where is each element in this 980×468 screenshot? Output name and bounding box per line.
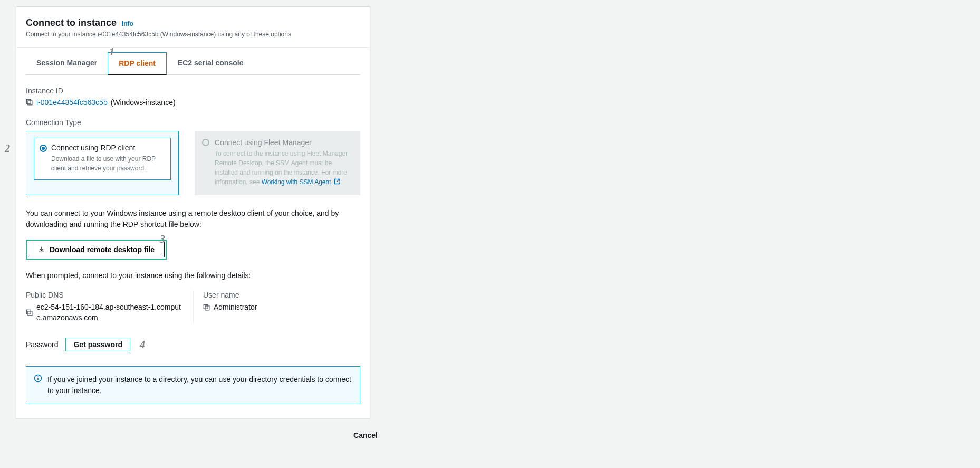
cancel-button[interactable]: Cancel — [348, 428, 383, 443]
svg-rect-0 — [28, 101, 32, 105]
radio-unselected-icon — [202, 139, 209, 146]
annotation-4: 4 — [140, 339, 145, 351]
password-label: Password — [26, 340, 58, 349]
panel-body: 1 Session Manager RDP client EC2 serial … — [16, 52, 370, 418]
page-title: Connect to instance — [26, 17, 117, 28]
username-value: Administrator — [214, 302, 257, 313]
prompt-text: When prompted, connect to your instance … — [26, 270, 360, 281]
footer-actions: Cancel — [16, 418, 386, 443]
svg-rect-4 — [205, 306, 209, 310]
public-dns-col: Public DNS ec2-54-151-160-184.ap-southea… — [26, 291, 193, 323]
copy-icon[interactable] — [26, 99, 33, 106]
ssm-agent-link-text: Working with SSM Agent — [262, 178, 331, 186]
connection-option-fleet: Connect using Fleet Manager To connect t… — [195, 131, 360, 195]
annotation-1: 1 — [109, 46, 114, 58]
download-icon — [38, 246, 45, 253]
tab-session-manager[interactable]: Session Manager — [26, 52, 108, 74]
instance-name: (Windows-instance) — [111, 98, 176, 107]
fleet-option-desc: To connect to the instance using Fleet M… — [215, 149, 352, 187]
connect-panel: Connect to instance Info Connect to your… — [16, 6, 370, 418]
copy-icon[interactable] — [203, 304, 210, 311]
details-grid: Public DNS ec2-54-151-160-184.ap-southea… — [26, 291, 360, 323]
svg-rect-2 — [28, 311, 32, 316]
connection-type-section: 2 Connection Type Connect using RDP clie… — [26, 118, 360, 195]
username-label: User name — [203, 291, 351, 299]
annotation-3: 3 — [160, 233, 165, 245]
info-link[interactable]: Info — [122, 20, 133, 27]
instance-id-label: Instance ID — [26, 87, 360, 95]
public-dns-label: Public DNS — [26, 291, 184, 299]
panel-subtitle: Connect to your instance i-001e44354fc56… — [26, 31, 360, 38]
password-row: Password Get password 4 — [26, 338, 360, 351]
copy-icon[interactable] — [26, 309, 33, 317]
tab-ec2-serial-console[interactable]: EC2 serial console — [167, 52, 254, 74]
connection-type-label: Connection Type — [26, 118, 360, 127]
connection-option-rdp[interactable]: Connect using RDP client Download a file… — [26, 131, 179, 195]
intro-text: You can connect to your Windows instance… — [26, 208, 360, 230]
username-col: User name Administrator — [193, 291, 360, 323]
rdp-option-title: Connect using RDP client — [51, 144, 164, 152]
download-rdp-button[interactable]: Download remote desktop file — [28, 242, 165, 257]
annotation-2: 2 — [5, 142, 10, 155]
panel-header: Connect to instance Info Connect to your… — [16, 7, 370, 48]
get-password-button[interactable]: Get password — [65, 338, 130, 351]
rdp-option-desc: Download a file to use with your RDP cli… — [51, 154, 164, 173]
svg-point-8 — [37, 376, 38, 377]
download-button-highlight: Download remote desktop file — [26, 240, 167, 260]
svg-rect-5 — [204, 304, 208, 309]
svg-rect-3 — [26, 310, 31, 314]
tabs: Session Manager RDP client EC2 serial co… — [26, 52, 360, 75]
ssm-agent-link[interactable]: Working with SSM Agent — [262, 178, 340, 186]
instance-id-link[interactable]: i-001e44354fc563c5b — [36, 98, 108, 107]
instance-id-section: Instance ID i-001e44354fc563c5b (Windows… — [26, 87, 360, 107]
tab-rdp-client[interactable]: RDP client — [108, 52, 167, 75]
info-box: If you've joined your instance to a dire… — [26, 366, 360, 404]
info-icon — [34, 374, 42, 383]
public-dns-value: ec2-54-151-160-184.ap-southeast-1.comput… — [36, 302, 184, 323]
external-link-icon — [333, 177, 340, 187]
download-button-label: Download remote desktop file — [50, 245, 155, 254]
radio-selected-icon — [40, 145, 47, 152]
fleet-option-title: Connect using Fleet Manager — [215, 138, 352, 147]
svg-rect-1 — [26, 99, 31, 103]
info-box-text: If you've joined your instance to a dire… — [47, 375, 351, 395]
